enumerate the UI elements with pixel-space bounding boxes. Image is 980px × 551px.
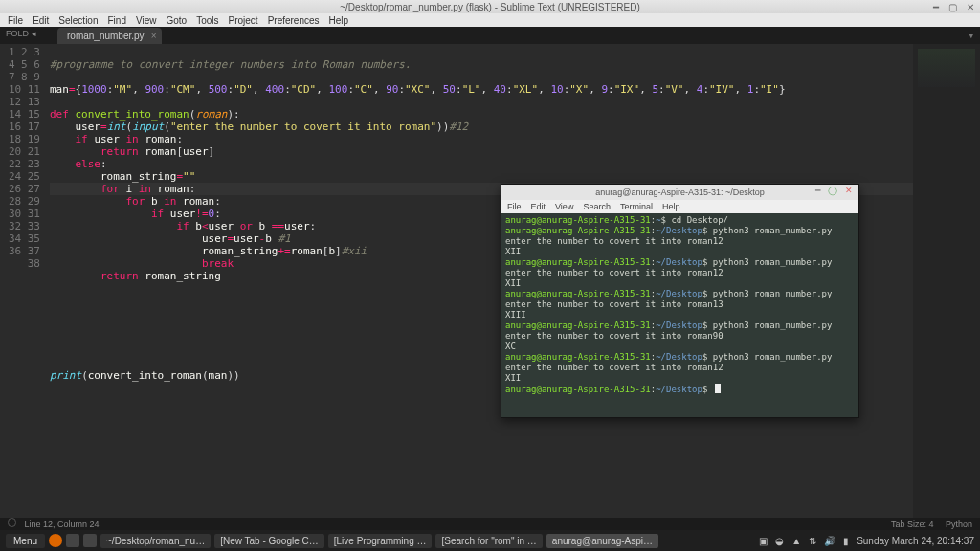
terminal-close-icon[interactable]: ✕ xyxy=(845,186,853,195)
status-bar: Line 12, Column 24 Tab Size: 4 Python xyxy=(0,518,980,530)
menu-tools[interactable]: Tools xyxy=(196,15,218,26)
term-menu-help[interactable]: Help xyxy=(662,202,680,211)
terminal-minimize-icon[interactable]: ━ xyxy=(815,186,820,195)
term-menu-terminal[interactable]: Terminal xyxy=(620,202,653,211)
launcher-files-icon[interactable] xyxy=(66,534,79,547)
status-language[interactable]: Python xyxy=(946,519,972,529)
tray-user-icon[interactable]: ▲ xyxy=(791,536,801,546)
line-gutter: 1 2 3 4 5 6 7 8 9 10 11 12 13 14 15 16 1… xyxy=(0,44,50,518)
tray-clock[interactable]: Sunday March 24, 20:14:37 xyxy=(857,536,974,546)
term-menu-edit[interactable]: Edit xyxy=(531,202,546,211)
tray-volume-icon[interactable]: 🔊 xyxy=(824,536,835,546)
task-chrome2[interactable]: [Live Programming … xyxy=(328,534,433,548)
menu-edit[interactable]: Edit xyxy=(33,15,49,26)
show-desktop-icon[interactable] xyxy=(49,534,62,547)
taskbar: Menu ~/Desktop/roman_nu… [New Tab - Goog… xyxy=(0,530,980,551)
tab-roman-number[interactable]: roman_number.py × xyxy=(57,28,162,44)
maximize-icon[interactable]: ▢ xyxy=(948,2,957,12)
system-tray: ▣ ◒ ▲ ⇅ 🔊 ▮ Sunday March 24, 20:14:37 xyxy=(759,536,974,546)
tray-camera-icon[interactable]: ▣ xyxy=(759,536,768,546)
task-chrome3[interactable]: [Search for "rom" in … xyxy=(435,534,542,548)
terminal-maximize-icon[interactable]: ◯ xyxy=(828,186,837,195)
term-menu-search[interactable]: Search xyxy=(583,202,611,211)
tray-shield-icon[interactable]: ◒ xyxy=(775,536,784,546)
terminal-output[interactable]: anurag@anurag-Aspire-A315-31:~$ cd Deskt… xyxy=(501,213,858,417)
terminal-title: anurag@anurag-Aspire-A315-31: ~/Desktop xyxy=(595,187,765,197)
task-chrome[interactable]: [New Tab - Google C… xyxy=(214,534,324,548)
tab-label: roman_number.py xyxy=(67,31,145,41)
tabs-menu-icon[interactable]: ▾ xyxy=(968,30,974,42)
terminal-menubar: File Edit View Search Terminal Help xyxy=(501,200,858,213)
tab-close-icon[interactable]: × xyxy=(151,31,157,41)
window-titlebar[interactable]: ~/Desktop/roman_number.py (flask) - Subl… xyxy=(0,0,980,13)
term-menu-file[interactable]: File xyxy=(507,202,522,211)
minimap[interactable] xyxy=(913,44,980,518)
status-line-col[interactable]: Line 12, Column 24 xyxy=(25,519,100,529)
menu-find[interactable]: Find xyxy=(108,15,126,26)
status-tab-size[interactable]: Tab Size: 4 xyxy=(891,519,934,529)
menu-goto[interactable]: Goto xyxy=(166,15,187,26)
terminal-titlebar[interactable]: anurag@anurag-Aspire-A315-31: ~/Desktop … xyxy=(501,185,858,200)
status-indicator-icon xyxy=(8,518,16,527)
tab-strip: FOLD ◂ roman_number.py × ▾ xyxy=(0,27,980,44)
task-sublime[interactable]: ~/Desktop/roman_nu… xyxy=(100,534,211,548)
start-menu-button[interactable]: Menu xyxy=(6,534,45,548)
close-icon[interactable]: ✕ xyxy=(967,2,974,12)
window-title: ~/Desktop/roman_number.py (flask) - Subl… xyxy=(340,2,640,12)
menu-view[interactable]: View xyxy=(136,15,157,26)
term-menu-view[interactable]: View xyxy=(555,202,573,211)
terminal-window[interactable]: anurag@anurag-Aspire-A315-31: ~/Desktop … xyxy=(501,184,859,418)
tray-network-icon[interactable]: ⇅ xyxy=(809,536,816,546)
launcher-terminal-icon[interactable] xyxy=(83,534,97,547)
menu-help[interactable]: Help xyxy=(329,15,349,26)
menu-preferences[interactable]: Preferences xyxy=(268,15,320,26)
menu-project[interactable]: Project xyxy=(229,15,258,26)
tray-battery-icon[interactable]: ▮ xyxy=(843,536,849,546)
app-menubar: File Edit Selection Find View Goto Tools… xyxy=(0,13,980,27)
menu-file[interactable]: File xyxy=(8,15,23,26)
task-terminal[interactable]: anurag@anurag-Aspi… xyxy=(546,534,658,548)
menu-selection[interactable]: Selection xyxy=(58,15,98,26)
minimize-icon[interactable]: ━ xyxy=(933,2,939,12)
sidebar-collapse[interactable]: FOLD ◂ xyxy=(6,29,36,38)
